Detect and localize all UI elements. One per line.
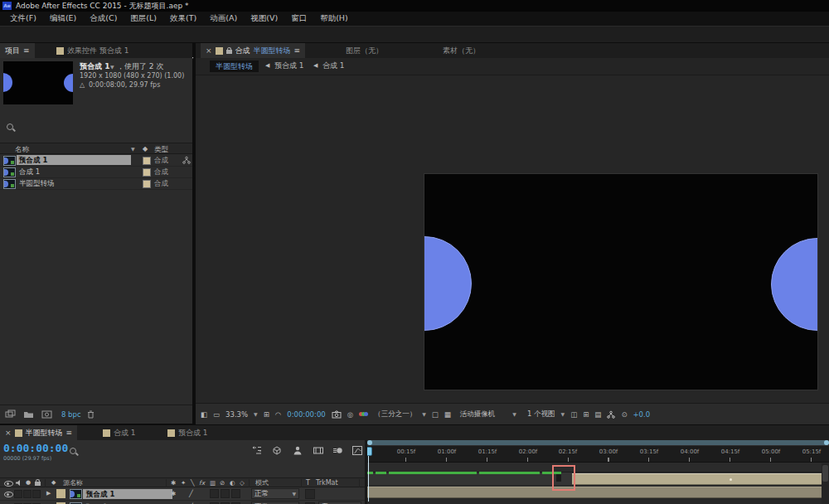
viewer-timecode[interactable]: 0:00:00:00 bbox=[287, 410, 325, 419]
panel-menu-icon[interactable]: ≡ bbox=[66, 429, 73, 437]
fx-switch-icon[interactable]: fx bbox=[199, 480, 205, 487]
timeline-tab-active[interactable]: × 半圆型转场 ≡ bbox=[0, 425, 77, 440]
fast-preview-icon[interactable]: ▤ bbox=[594, 410, 601, 419]
comp-mini-flowchart-icon[interactable] bbox=[251, 445, 263, 456]
composition-frame[interactable] bbox=[424, 174, 817, 390]
exposure-icon[interactable]: ⊙ bbox=[621, 410, 627, 419]
primary-viewer-icon[interactable]: ▭ bbox=[213, 410, 220, 419]
graph-editor-icon[interactable] bbox=[351, 445, 363, 456]
close-icon[interactable]: × bbox=[206, 46, 212, 55]
label-swatch[interactable] bbox=[143, 168, 151, 177]
transparency-grid-icon[interactable]: ▦ bbox=[444, 410, 451, 419]
lock-icon[interactable] bbox=[226, 50, 232, 54]
layer-visibility-toggle[interactable] bbox=[4, 492, 13, 497]
sort-icon[interactable]: ▼ bbox=[131, 147, 135, 152]
zoom-dropdown-icon[interactable]: ▼ bbox=[254, 411, 258, 417]
comp-flowchart-icon[interactable] bbox=[607, 410, 615, 419]
menu-composition[interactable]: 合成(C) bbox=[83, 13, 124, 24]
project-search-input[interactable] bbox=[3, 120, 189, 133]
t-column[interactable]: T bbox=[306, 480, 310, 487]
zoom-level[interactable]: 33.3% bbox=[225, 410, 248, 419]
trash-icon[interactable] bbox=[86, 410, 95, 419]
shy-layers-icon[interactable] bbox=[292, 445, 303, 456]
cti-handle[interactable] bbox=[367, 447, 372, 456]
project-item-name[interactable]: 合成 1 bbox=[19, 168, 40, 176]
view-layout-dropdown-icon[interactable]: ▼ bbox=[561, 411, 565, 417]
motion-blur-switch-icon[interactable]: ⊘ bbox=[220, 480, 225, 487]
viewer-canvas[interactable] bbox=[196, 75, 829, 403]
layer-bar-1[interactable] bbox=[572, 473, 829, 485]
menu-animation[interactable]: 动画(A) bbox=[203, 13, 244, 24]
adjustment-switch-icon[interactable]: ◐ bbox=[230, 480, 235, 487]
audio-column-icon[interactable] bbox=[15, 479, 22, 487]
layer-rasterize-icon[interactable]: ╱ bbox=[189, 491, 193, 497]
draft-3d-icon[interactable] bbox=[271, 445, 283, 456]
project-row-3[interactable]: 半圆型转场 合成 bbox=[0, 177, 192, 190]
source-name-column[interactable]: 源名称 bbox=[63, 480, 83, 487]
quality-switch-icon[interactable]: ✱ bbox=[171, 480, 176, 487]
camera-dropdown-icon[interactable]: ▼ bbox=[512, 411, 516, 417]
grid-guides-icon[interactable]: ⊞ bbox=[264, 410, 269, 419]
multi-view-icon[interactable]: ◫ bbox=[570, 410, 577, 419]
close-icon[interactable]: × bbox=[5, 429, 12, 437]
mask-visibility-icon[interactable]: ◠ bbox=[275, 410, 281, 419]
menu-edit[interactable]: 编辑(E) bbox=[43, 13, 83, 24]
resolution-select[interactable]: （三分之一） bbox=[374, 410, 416, 419]
solo-column-icon[interactable]: ● bbox=[26, 480, 31, 486]
layer-bar-2[interactable] bbox=[367, 487, 829, 498]
snapshot-icon[interactable] bbox=[332, 410, 342, 419]
timeline-search-input[interactable] bbox=[66, 444, 240, 457]
blend-mode-select[interactable]: 正常 ▼ bbox=[251, 488, 299, 499]
layer-label-swatch[interactable] bbox=[56, 489, 65, 498]
trkmat-column[interactable]: TrkMat bbox=[316, 480, 338, 487]
menu-view[interactable]: 视图(V) bbox=[244, 13, 284, 24]
interpret-footage-icon[interactable] bbox=[5, 410, 16, 419]
timeline-tab-2[interactable]: 合成 1 bbox=[98, 425, 141, 440]
project-item-name[interactable]: 半圆型转场 bbox=[19, 180, 55, 187]
tab-footage-viewer[interactable]: 素材（无） bbox=[438, 43, 485, 58]
timeline-vertical-scrollbar[interactable] bbox=[822, 463, 829, 504]
show-snapshot-icon[interactable]: ◎ bbox=[347, 410, 353, 419]
layer-expander-icon[interactable]: ▶ bbox=[46, 491, 51, 497]
breadcrumb-parent1[interactable]: 预合成 1 bbox=[274, 62, 304, 70]
navigator-end-handle[interactable] bbox=[824, 440, 829, 445]
project-row-2[interactable]: 合成 1 合成 bbox=[0, 166, 192, 178]
panel-menu-icon[interactable]: ≡ bbox=[23, 46, 30, 55]
menu-file[interactable]: 文件(F) bbox=[3, 13, 43, 24]
label-swatch[interactable] bbox=[143, 157, 151, 165]
column-name[interactable]: 名称 bbox=[15, 146, 29, 153]
menu-layer[interactable]: 图层(L) bbox=[124, 13, 163, 24]
layer-quality-icon[interactable]: ✱ bbox=[171, 491, 176, 497]
draw-switch-icon[interactable]: ╲ bbox=[191, 480, 195, 487]
new-composition-icon[interactable] bbox=[41, 410, 52, 419]
camera-select[interactable]: 活动摄像机 bbox=[460, 410, 496, 419]
time-ruler[interactable]: 00:15f 01:00f 01:15f 02:00f 02:15f 03:00… bbox=[367, 446, 829, 463]
threed-switch-icon[interactable]: ◇ bbox=[240, 480, 245, 487]
label-swatch[interactable] bbox=[143, 180, 151, 188]
video-column-icon[interactable] bbox=[4, 481, 13, 487]
layer-row-1[interactable]: ▶ 预合成 1 ✱ ╱ 正常 ▼ bbox=[0, 487, 365, 501]
menu-effect[interactable]: 效果(T) bbox=[163, 13, 203, 24]
always-preview-icon[interactable]: ◧ bbox=[201, 410, 207, 419]
timeline-scrollbar-thumb[interactable] bbox=[822, 465, 828, 482]
preview-dropdown-icon[interactable]: ▼ bbox=[110, 65, 114, 70]
timeline-tab-3[interactable]: 预合成 1 bbox=[162, 425, 213, 440]
breadcrumb-parent2[interactable]: 合成 1 bbox=[322, 62, 345, 70]
bit-depth-label[interactable]: 8 bpc bbox=[61, 411, 81, 419]
layer-name[interactable]: 预合成 1 bbox=[86, 491, 114, 498]
tab-project[interactable]: 项目 ≡ bbox=[0, 43, 35, 58]
breadcrumb-current[interactable]: 半圆型转场 bbox=[210, 61, 259, 72]
channels-icon[interactable] bbox=[359, 412, 368, 416]
exposure-value[interactable]: +0.0 bbox=[633, 410, 651, 419]
layer-row-2[interactable]: ▶ 预合成 1 ✱ ╱ 正常 ▼ 无 ▼ bbox=[0, 501, 365, 504]
panel-menu-icon[interactable]: ≡ bbox=[294, 46, 301, 55]
label-column-icon[interactable]: ◆ bbox=[51, 480, 56, 486]
navigator-start-handle[interactable] bbox=[367, 440, 372, 445]
cti-line[interactable] bbox=[368, 455, 369, 502]
project-item-name[interactable]: 预合成 1 bbox=[19, 157, 47, 164]
tab-composition-viewer[interactable]: × 合成 半圆型转场 ≡ bbox=[201, 43, 305, 58]
menu-help[interactable]: 帮助(H) bbox=[313, 13, 355, 24]
column-type[interactable]: 类型 bbox=[154, 146, 168, 153]
view-layout-select[interactable]: 1 个视图 bbox=[527, 410, 555, 419]
new-folder-icon[interactable] bbox=[23, 410, 34, 419]
